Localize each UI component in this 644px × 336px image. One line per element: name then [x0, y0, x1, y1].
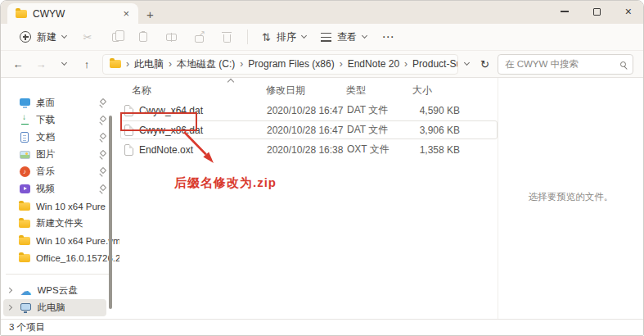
sidebar-item-documents[interactable]: 文档 — [1, 129, 119, 146]
sidebar-item-label: 此电脑 — [38, 302, 107, 314]
cut-button[interactable] — [74, 26, 101, 48]
tab-close-icon[interactable]: × — [120, 8, 132, 19]
sidebar-item-music[interactable]: 音乐 — [1, 163, 119, 180]
file-row-endnote-oxt[interactable]: EndNote.oxt 2020/10/28 16:38 OXT 文件 1,35… — [120, 140, 498, 159]
address-bar: ← → ↑ › 此电脑 › 本地磁盘 (C:) › Program Files … — [1, 51, 643, 78]
sidebar-item-folder[interactable]: 新建文件夹 — [1, 215, 119, 232]
view-button[interactable]: 查看 — [313, 26, 374, 48]
rename-button[interactable] — [157, 26, 185, 48]
paste-button[interactable] — [129, 26, 157, 48]
column-header-name[interactable]: 名称 — [120, 84, 254, 98]
sidebar-item-folder[interactable]: Win 10 x64 Pure — [1, 198, 119, 215]
file-name: Cwyw_x64.dat — [139, 105, 203, 116]
sidebar-item-folder[interactable]: Win 10 x64 Pure.vmx.lcl — [1, 232, 119, 249]
sidebar-item-this-pc[interactable]: 此电脑 — [3, 299, 106, 316]
column-header-date[interactable]: 修改日期 — [254, 84, 335, 98]
sidebar-item-label: 桌面 — [36, 97, 92, 109]
file-type: DAT 文件 — [336, 103, 403, 117]
sidebar-item-downloads[interactable]: 下载 — [1, 111, 119, 129]
breadcrumb-product-support[interactable]: Product-Support — [412, 58, 458, 70]
forward-button[interactable]: → — [30, 53, 52, 75]
file-name: EndNote.oxt — [139, 144, 193, 156]
sidebar-item-desktop[interactable]: 桌面 — [1, 94, 119, 111]
column-header-size[interactable]: 大小 — [402, 84, 461, 98]
file-row-cwyw-x64[interactable]: Cwyw_x64.dat 2020/10/28 16:47 DAT 文件 4,5… — [120, 101, 498, 120]
sort-arrows-icon — [262, 30, 271, 44]
sidebar-item-label: 音乐 — [36, 166, 92, 178]
more-options-button[interactable] — [374, 26, 402, 48]
file-list: 名称 修改日期 类型 大小 Cwyw_x64.dat 2020/10/28 16… — [120, 78, 498, 320]
new-button[interactable]: 新建 — [12, 26, 74, 48]
document-icon — [20, 132, 29, 143]
computer-icon — [20, 303, 31, 311]
breadcrumb-endnote[interactable]: EndNote 20 — [348, 58, 399, 70]
pin-icon — [98, 151, 106, 159]
expand-chevron-icon[interactable] — [7, 305, 11, 310]
file-icon — [124, 144, 133, 156]
sidebar-divider — [6, 274, 111, 275]
column-header-type[interactable]: 类型 — [335, 84, 402, 98]
recent-locations-button[interactable] — [53, 53, 74, 75]
cloud-icon — [20, 285, 32, 297]
sidebar-item-folder[interactable]: Office_16.0.15726.2026 — [1, 249, 119, 266]
item-count: 3 个项目 — [9, 321, 45, 334]
column-headers: 名称 修改日期 类型 大小 — [120, 81, 498, 100]
file-row-cwyw-x86[interactable]: Cwyw_x86.dat 2020/10/28 16:47 DAT 文件 3,9… — [120, 120, 498, 139]
sidebar-item-label: Win 10 x64 Pure — [36, 202, 119, 211]
file-explorer-window: CWYW × + × 新建 排序 查看 — [0, 0, 644, 336]
search-box — [498, 54, 633, 75]
file-date: 2020/10/28 16:47 — [255, 105, 336, 116]
breadcrumb[interactable]: › 此电脑 › 本地磁盘 (C:) › Program Files (x86) … — [102, 54, 458, 75]
refresh-icon[interactable]: ↻ — [480, 59, 489, 70]
delete-button[interactable] — [213, 26, 241, 48]
search-input[interactable] — [505, 59, 620, 69]
video-icon — [20, 184, 30, 193]
preview-pane: 选择要预览的文件。 — [498, 78, 643, 320]
new-tab-button[interactable]: + — [146, 8, 154, 20]
tab-cwyw[interactable]: CWYW × — [7, 3, 138, 24]
maximize-icon[interactable] — [593, 8, 601, 16]
up-button[interactable]: ↑ — [76, 53, 97, 75]
breadcrumb-this-pc[interactable]: 此电脑 — [134, 57, 164, 71]
close-icon[interactable]: × — [625, 6, 632, 17]
sidebar-item-label: 新建文件夹 — [36, 217, 119, 229]
sidebar-item-wps-cloud[interactable]: WPS云盘 — [1, 282, 119, 299]
back-button[interactable]: ← — [7, 53, 29, 75]
folder-icon — [110, 60, 121, 68]
sidebar-item-pictures[interactable]: 图片 — [1, 146, 119, 163]
sort-button-label: 排序 — [277, 30, 296, 44]
sidebar-scrollbar[interactable] — [109, 116, 112, 309]
pin-icon — [98, 185, 106, 193]
expand-chevron-icon[interactable] — [7, 288, 11, 293]
desktop-icon — [20, 98, 30, 106]
address-dropdown-icon[interactable] — [464, 60, 470, 66]
breadcrumb-local-disk[interactable]: 本地磁盘 (C:) — [177, 57, 235, 71]
sidebar-item-videos[interactable]: 视频 — [1, 180, 119, 198]
status-bar: 3 个项目 — [1, 319, 643, 335]
pin-icon — [98, 116, 106, 125]
breadcrumb-separator: › — [126, 58, 129, 70]
pin-icon — [98, 99, 106, 107]
ellipsis-icon — [381, 30, 394, 44]
minimize-icon[interactable] — [561, 11, 569, 11]
picture-icon — [20, 151, 30, 159]
file-size: 1,358 KB — [403, 144, 462, 156]
music-icon — [20, 166, 30, 177]
file-size: 3,906 KB — [403, 125, 462, 136]
new-button-label: 新建 — [37, 30, 56, 44]
file-date: 2020/10/28 16:38 — [255, 144, 336, 156]
sort-button[interactable]: 排序 — [254, 25, 313, 48]
view-button-label: 查看 — [337, 30, 357, 44]
command-toolbar: 新建 排序 查看 — [1, 24, 643, 51]
file-icon — [124, 125, 133, 136]
preview-placeholder-text: 选择要预览的文件。 — [498, 191, 643, 203]
chevron-down-icon — [362, 33, 367, 39]
chevron-down-icon — [61, 60, 66, 66]
navigation-pane: 桌面 下载 文档 图片 音乐 — [1, 78, 119, 320]
share-button[interactable] — [185, 26, 213, 48]
breadcrumb-program-files[interactable]: Program Files (x86) — [248, 58, 334, 70]
breadcrumb-separator: › — [169, 58, 172, 70]
copy-button[interactable] — [101, 26, 129, 48]
file-type: DAT 文件 — [336, 123, 403, 137]
chevron-down-icon — [301, 33, 307, 39]
